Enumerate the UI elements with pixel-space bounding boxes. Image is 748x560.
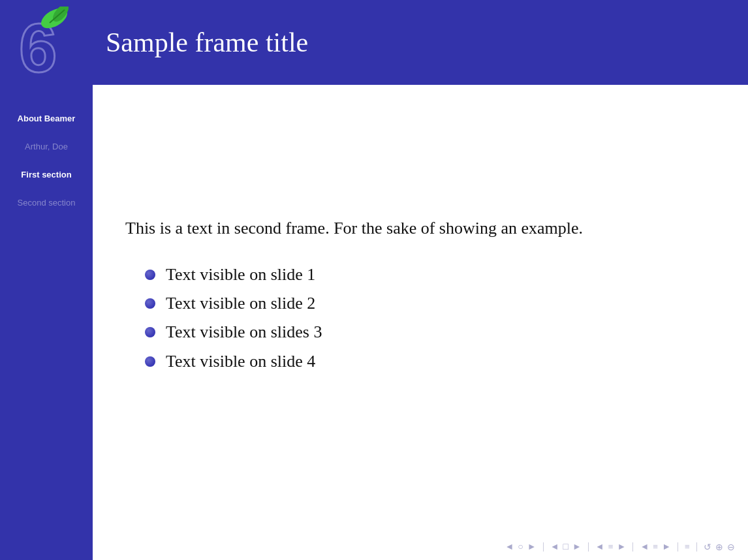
sidebar-item-second-section[interactable]: Second section xyxy=(0,189,93,217)
nav-divider-5 xyxy=(696,542,697,552)
nav-prev-item-icon[interactable]: ◄ xyxy=(595,542,604,552)
nav-prev-frame-icon[interactable]: ◄ xyxy=(505,542,514,552)
nav-return-icon[interactable]: ↺ xyxy=(704,542,711,553)
nav-next-frame-icon[interactable]: ► xyxy=(527,542,537,552)
sidebar-item-author[interactable]: Arthur, Doe xyxy=(0,132,93,161)
bullet-list: Text visible on slide 1 Text visible on … xyxy=(125,260,722,376)
nav-zoom-in-icon[interactable]: ⊕ xyxy=(715,542,723,553)
sidebar: About Beamer Arthur, Doe First section S… xyxy=(0,85,93,560)
nav-zoom-out-icon[interactable]: ⊖ xyxy=(727,542,735,553)
bullet-text-3: Text visible on slides 3 xyxy=(166,318,322,347)
main-content: This is a text in second frame. For the … xyxy=(93,85,748,560)
beamer-logo-icon: 6 6 xyxy=(14,7,79,78)
nav-circle-icon[interactable]: ○ xyxy=(518,542,523,552)
nav-prev-subitem-icon[interactable]: ◄ xyxy=(640,542,649,552)
list-item: Text visible on slides 3 xyxy=(145,318,722,347)
bullet-dot-icon xyxy=(145,327,155,337)
bullet-text-2: Text visible on slide 2 xyxy=(166,289,315,318)
nav-list2-icon[interactable]: ≡ xyxy=(653,542,658,552)
nav-next-subitem-icon[interactable]: ► xyxy=(662,542,671,552)
nav-divider-4 xyxy=(678,542,678,552)
list-item: Text visible on slide 1 xyxy=(145,260,722,289)
body-area: About Beamer Arthur, Doe First section S… xyxy=(0,85,748,560)
nav-divider-1 xyxy=(543,542,544,552)
nav-divider-2 xyxy=(588,542,589,552)
nav-menu-icon[interactable]: ≡ xyxy=(685,542,690,552)
nav-next-item-icon[interactable]: ► xyxy=(617,542,627,552)
bullet-text-4: Text visible on slide 4 xyxy=(166,347,315,376)
nav-prev-section-icon[interactable]: ◄ xyxy=(550,542,559,552)
logo-box: 6 6 xyxy=(0,0,93,85)
nav-square-icon[interactable]: □ xyxy=(563,542,569,552)
intro-paragraph: This is a text in second frame. For the … xyxy=(125,215,693,241)
bullet-dot-icon xyxy=(145,270,155,280)
bottom-nav-bar: ◄ ○ ► ◄ □ ► ◄ ≡ ► ◄ ≡ ► ≡ ↺ ⊕ ⊖ xyxy=(93,534,748,560)
bullet-text-1: Text visible on slide 1 xyxy=(166,260,315,289)
list-item: Text visible on slide 2 xyxy=(145,289,722,318)
list-item: Text visible on slide 4 xyxy=(145,347,722,376)
nav-divider-3 xyxy=(632,542,633,552)
frame-title: Sample frame title xyxy=(106,27,308,57)
nav-list-icon[interactable]: ≡ xyxy=(608,542,614,552)
bullet-dot-icon xyxy=(145,356,155,367)
nav-next-section-icon[interactable]: ► xyxy=(572,542,582,552)
bullet-dot-icon xyxy=(145,298,155,309)
header-title-area: Sample frame title xyxy=(93,27,748,58)
header: 6 6 Sample frame title xyxy=(0,0,748,85)
sidebar-item-about-beamer[interactable]: About Beamer xyxy=(0,104,93,132)
sidebar-item-first-section[interactable]: First section xyxy=(0,161,93,189)
